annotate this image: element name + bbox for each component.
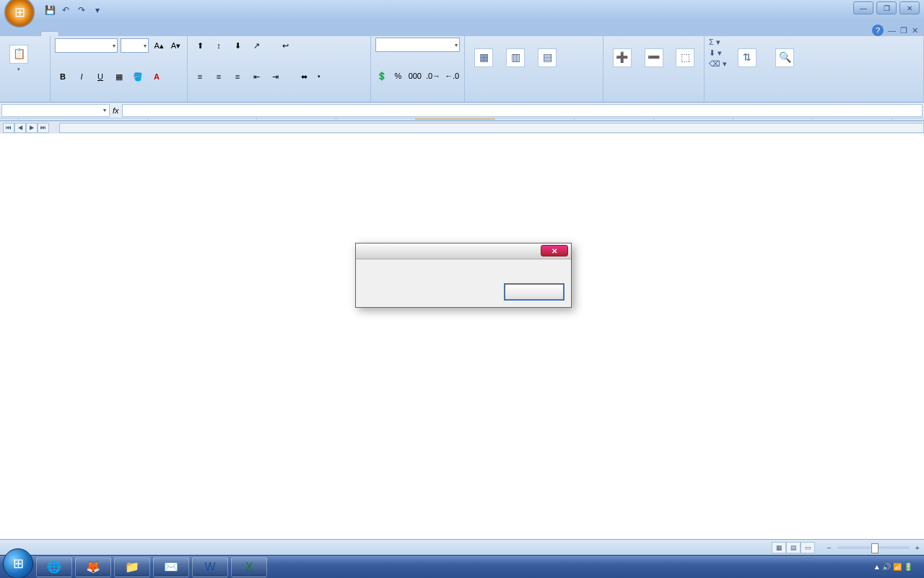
dialog-overlay: ✕ (0, 0, 924, 578)
ok-button[interactable] (505, 284, 564, 300)
dialog-message (356, 259, 571, 280)
dialog-titlebar[interactable]: ✕ (356, 243, 571, 259)
dialog-close-button[interactable]: ✕ (541, 245, 568, 256)
message-box: ✕ (355, 243, 572, 308)
